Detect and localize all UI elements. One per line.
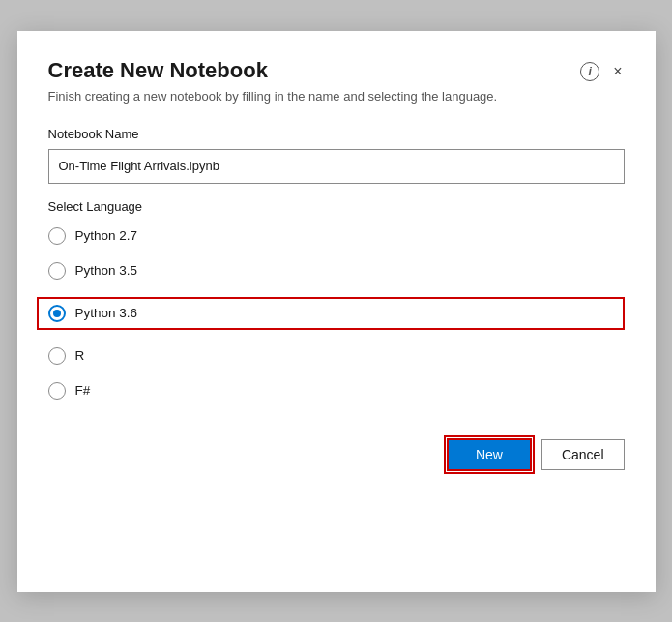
language-python27-item[interactable]: Python 2.7 [48,227,625,245]
dialog-subtitle: Finish creating a new notebook by fillin… [48,89,498,104]
dialog-title: Create New Notebook [48,58,498,83]
notebook-name-input[interactable] [48,149,625,184]
language-python35-item[interactable]: Python 3.5 [48,262,625,280]
language-python27-label: Python 2.7 [75,228,138,243]
language-python27-radio[interactable] [48,227,66,245]
cancel-button[interactable]: Cancel [541,439,625,470]
language-r-radio[interactable] [48,347,66,365]
language-selection-section: Select Language Python 2.7 Python 3.5 Py… [48,199,625,400]
language-fsharp-radio[interactable] [48,382,66,400]
language-fsharp-item[interactable]: F# [48,382,625,400]
language-python36-radio[interactable] [48,305,66,322]
create-notebook-dialog: Create New Notebook Finish creating a ne… [17,31,656,592]
close-button[interactable]: × [611,62,624,81]
language-label: Select Language [48,199,625,214]
language-python35-label: Python 3.5 [75,263,138,278]
info-icon: i [580,62,599,81]
new-button[interactable]: New [447,438,532,471]
info-button[interactable]: i [578,60,601,83]
dialog-title-block: Create New Notebook Finish creating a ne… [48,58,498,104]
language-r-label: R [75,348,85,363]
language-r-item[interactable]: R [48,347,625,365]
notebook-name-label: Notebook Name [48,127,625,141]
dialog-overlay: Create New Notebook Finish creating a ne… [0,0,672,622]
language-python35-radio[interactable] [48,262,66,280]
notebook-name-section: Notebook Name [48,127,625,184]
dialog-header: Create New Notebook Finish creating a ne… [48,58,625,104]
language-python36-label: Python 3.6 [75,306,138,320]
language-fsharp-label: F# [75,383,91,398]
dialog-footer: New Cancel [48,430,625,471]
dialog-icons: i × [578,60,624,83]
language-python36-item[interactable]: Python 3.6 [37,297,625,330]
